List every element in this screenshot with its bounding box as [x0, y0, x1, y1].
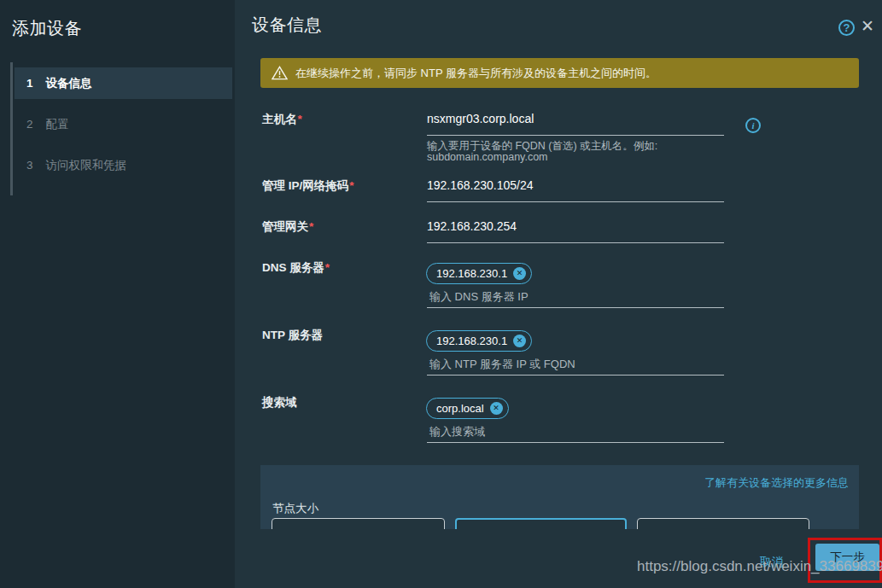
mgmt-ip-input-underline — [427, 201, 724, 202]
warning-icon — [272, 66, 288, 80]
gateway-label: 管理网关* — [262, 219, 313, 235]
step-configuration[interactable]: 2 配置 — [15, 108, 232, 140]
search-domain-chip: corp.local ✕ — [426, 398, 509, 419]
node-size-card-medium[interactable] — [455, 518, 627, 529]
required-marker: * — [309, 220, 313, 233]
page-title: 设备信息 — [252, 14, 322, 37]
next-button[interactable]: 下一步 — [815, 544, 879, 571]
ntp-label: NTP 服务器 — [262, 328, 323, 343]
mgmt-ip-input[interactable]: 192.168.230.105/24 — [427, 178, 534, 192]
required-marker: * — [349, 179, 353, 192]
hostname-input-underline — [427, 135, 724, 136]
search-domain-chip-remove-icon[interactable]: ✕ — [490, 402, 503, 415]
info-icon[interactable]: i — [745, 118, 761, 133]
node-size-card-small[interactable] — [272, 518, 445, 529]
warning-text: 在继续操作之前，请同步 NTP 服务器与所有涉及的设备主机之间的时间。 — [295, 66, 657, 81]
gateway-input-underline — [427, 242, 724, 243]
step-appliance-info[interactable]: 1 设备信息 — [15, 67, 232, 99]
learn-more-link[interactable]: 了解有关设备选择的更多信息 — [704, 475, 849, 491]
dns-chip-remove-icon[interactable]: ✕ — [513, 267, 526, 280]
step-number: 1 — [26, 77, 33, 90]
node-size-section: 了解有关设备选择的更多信息 节点大小 — [260, 465, 859, 529]
dns-input-underline — [427, 307, 724, 308]
search-domain-input[interactable]: 输入搜索域 — [429, 424, 485, 440]
ntp-input[interactable]: 输入 NTP 服务器 IP 或 FQDN — [429, 357, 575, 372]
appliance-info-panel: 设备信息 ? ✕ 在继续操作之前，请同步 NTP 服务器与所有涉及的设备主机之间… — [235, 0, 882, 588]
wizard-title: 添加设备 — [0, 0, 235, 40]
hostname-input[interactable]: nsxmgr03.corp.local — [427, 112, 534, 125]
dns-label: DNS 服务器* — [262, 260, 330, 276]
search-domain-label: 搜索域 — [262, 395, 297, 410]
search-domain-input-underline — [427, 442, 724, 443]
dns-chip-value: 192.168.230.1 — [436, 267, 507, 280]
dns-chip: 192.168.230.1 ✕ — [426, 263, 532, 284]
node-size-label: 节点大小 — [272, 501, 318, 516]
wizard-sidebar: 添加设备 1 设备信息 2 配置 3 访问权限和凭据 — [0, 0, 235, 588]
hostname-label: 主机名* — [262, 112, 302, 127]
step-label: 配置 — [46, 117, 69, 132]
dns-input[interactable]: 输入 DNS 服务器 IP — [429, 289, 529, 305]
step-number: 2 — [26, 118, 33, 131]
ntp-chip-remove-icon[interactable]: ✕ — [513, 335, 526, 347]
step-access-credentials[interactable]: 3 访问权限和凭据 — [15, 149, 232, 181]
help-icon[interactable]: ? — [838, 20, 855, 36]
ntp-input-underline — [427, 375, 724, 376]
close-icon[interactable]: ✕ — [861, 18, 874, 34]
ntp-warning-banner: 在继续操作之前，请同步 NTP 服务器与所有涉及的设备主机之间的时间。 — [260, 58, 859, 88]
cancel-button[interactable]: 取消 — [760, 555, 783, 570]
step-number: 3 — [26, 159, 33, 172]
node-size-card-large[interactable] — [637, 518, 809, 529]
wizard-steps: 1 设备信息 2 配置 3 访问权限和凭据 — [10, 62, 232, 195]
required-marker: * — [325, 261, 330, 274]
required-marker: * — [298, 113, 302, 125]
hostname-hint-line2: subdomain.company.com — [427, 151, 548, 163]
ntp-chip: 192.168.230.1 ✕ — [426, 330, 532, 352]
ntp-chip-value: 192.168.230.1 — [436, 335, 507, 347]
gateway-input[interactable]: 192.168.230.254 — [427, 219, 517, 233]
step-label: 访问权限和凭据 — [46, 158, 127, 173]
mgmt-ip-label: 管理 IP/网络掩码* — [262, 178, 354, 194]
search-domain-chip-value: corp.local — [436, 402, 484, 415]
step-label: 设备信息 — [46, 76, 92, 91]
